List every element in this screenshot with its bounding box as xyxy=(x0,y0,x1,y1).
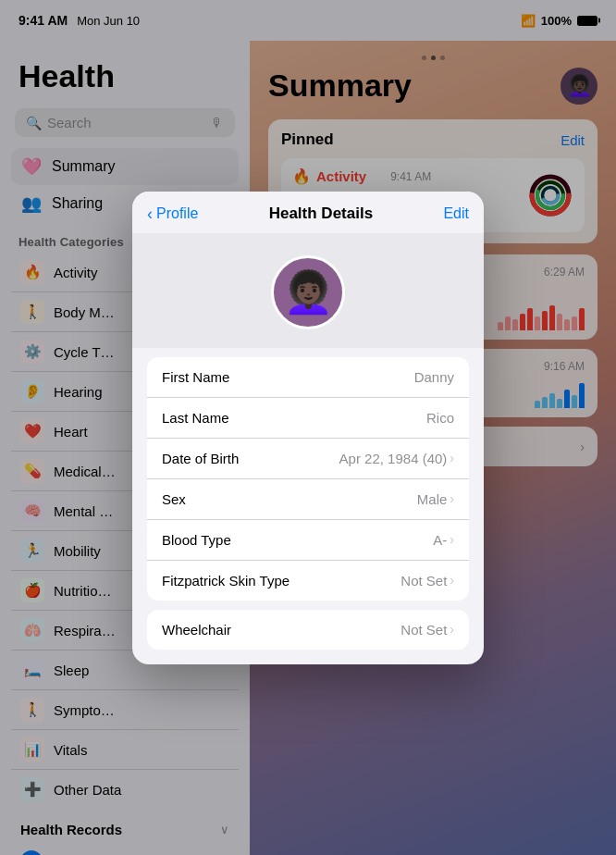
field-row-blood-type[interactable]: Blood Type A- › xyxy=(147,520,469,561)
modal-edit-button[interactable]: Edit xyxy=(443,205,469,222)
wheelchair-chevron: › xyxy=(450,622,454,637)
last-name-label: Last Name xyxy=(162,410,229,426)
modal-back-label: Profile xyxy=(156,205,198,222)
sex-value: Male › xyxy=(417,491,454,507)
back-chevron-icon: ‹ xyxy=(147,204,153,224)
dob-label: Date of Birth xyxy=(162,451,239,466)
first-name-value: Danny xyxy=(414,369,454,385)
wheelchair-label: Wheelchair xyxy=(162,622,231,638)
skin-type-chevron: › xyxy=(450,573,454,588)
wheelchair-value: Not Set › xyxy=(400,622,454,638)
field-row-first-name[interactable]: First Name Danny xyxy=(147,357,469,398)
field-row-wheelchair[interactable]: Wheelchair Not Set › xyxy=(147,610,469,650)
field-row-last-name[interactable]: Last Name Rico xyxy=(147,398,469,439)
modal-overlay[interactable]: ‹ Profile Health Details Edit 👩🏿‍🦱 First… xyxy=(0,0,616,855)
modal-fields-group2: Wheelchair Not Set › xyxy=(147,610,469,650)
sex-label: Sex xyxy=(162,491,186,507)
modal-fields-group1: First Name Danny Last Name Rico Date of … xyxy=(147,357,469,601)
field-row-skin-type[interactable]: Fitzpatrick Skin Type Not Set › xyxy=(147,561,469,601)
avatar-emoji: 👩🏿‍🦱 xyxy=(283,268,334,316)
modal-avatar[interactable]: 👩🏿‍🦱 xyxy=(271,255,345,329)
field-row-sex[interactable]: Sex Male › xyxy=(147,479,469,520)
dob-chevron: › xyxy=(450,451,454,465)
blood-type-value: A- › xyxy=(433,532,454,548)
skin-type-label: Fitzpatrick Skin Type xyxy=(162,573,290,589)
modal-back-button[interactable]: ‹ Profile xyxy=(147,204,198,224)
dob-value: Apr 22, 1984 (40) › xyxy=(339,451,454,466)
field-row-dob[interactable]: Date of Birth Apr 22, 1984 (40) › xyxy=(147,439,469,479)
modal-avatar-section: 👩🏿‍🦱 xyxy=(132,233,484,348)
health-details-modal: ‹ Profile Health Details Edit 👩🏿‍🦱 First… xyxy=(132,192,484,664)
first-name-label: First Name xyxy=(162,369,229,385)
last-name-value: Rico xyxy=(426,410,454,426)
skin-type-value: Not Set › xyxy=(400,573,454,589)
modal-title: Health Details xyxy=(269,204,373,223)
blood-type-chevron: › xyxy=(450,532,454,547)
sex-chevron: › xyxy=(450,491,454,506)
modal-header: ‹ Profile Health Details Edit xyxy=(132,192,484,233)
blood-type-label: Blood Type xyxy=(162,532,231,548)
